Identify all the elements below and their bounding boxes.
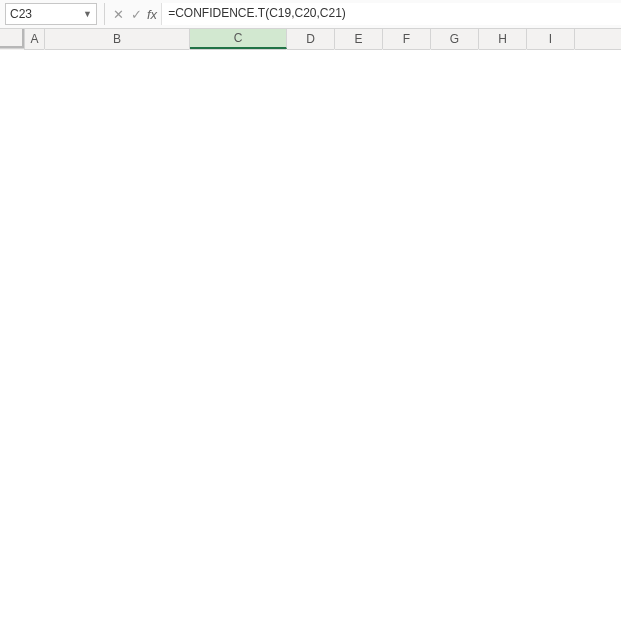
accept-formula-icon[interactable]: ✓	[127, 7, 145, 22]
col-header-I[interactable]: I	[527, 29, 575, 49]
row-header-1[interactable]: 1	[0, 49, 25, 50]
row-headers: 1234567891011121314151617181920212223242…	[0, 49, 25, 50]
spreadsheet-grid: ABCDEFGHI 123456789101112131415161718192…	[0, 29, 621, 50]
col-header-A[interactable]: A	[25, 29, 45, 49]
formula-bar: C23 ▼ ✕ ✓ fx =CONFIDENCE.T(C19,C20,C21)	[0, 0, 621, 29]
name-box-value: C23	[10, 7, 79, 21]
chevron-down-icon[interactable]: ▼	[79, 9, 92, 19]
col-header-H[interactable]: H	[479, 29, 527, 49]
col-header-E[interactable]: E	[335, 29, 383, 49]
col-header-C[interactable]: C	[190, 29, 287, 49]
sheet-area[interactable]: t dist 00.050.10.150.20.250.30.350.40.45…	[25, 49, 621, 50]
cell-H1[interactable]	[479, 49, 527, 50]
select-all-corner[interactable]	[0, 29, 25, 49]
col-header-D[interactable]: D	[287, 29, 335, 49]
cell-D1[interactable]	[287, 49, 335, 50]
formula-input[interactable]: =CONFIDENCE.T(C19,C20,C21)	[161, 3, 621, 25]
col-header-F[interactable]: F	[383, 29, 431, 49]
cell-F1[interactable]	[383, 49, 431, 50]
fx-icon[interactable]: fx	[147, 7, 157, 22]
separator	[104, 3, 105, 25]
cell-E1[interactable]	[335, 49, 383, 50]
cell-A1[interactable]	[25, 49, 45, 50]
cell-I1[interactable]	[527, 49, 575, 50]
cell-C1[interactable]	[190, 49, 287, 50]
cell-B1[interactable]	[45, 49, 190, 50]
cell-G1[interactable]	[431, 49, 479, 50]
col-header-B[interactable]: B	[45, 29, 190, 49]
name-box[interactable]: C23 ▼	[5, 3, 97, 25]
column-headers: ABCDEFGHI	[0, 29, 621, 50]
col-header-G[interactable]: G	[431, 29, 479, 49]
cancel-formula-icon[interactable]: ✕	[109, 7, 127, 22]
